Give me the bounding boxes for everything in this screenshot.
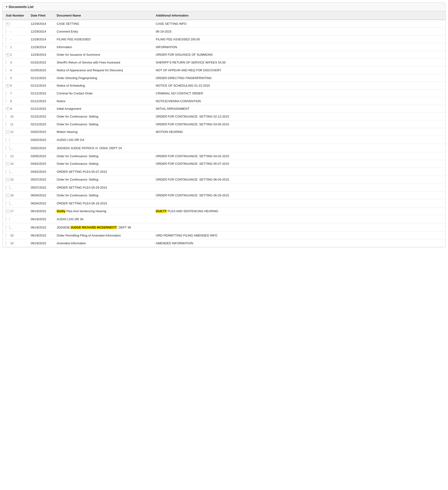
cell-document-name[interactable]: Order Directing Fingerprinting xyxy=(53,74,152,82)
cell-additional-info: AMENDED INFORMATION xyxy=(152,239,445,247)
cell-date-filed: 03/02/2015 xyxy=(27,128,53,136)
table-row[interactable]: 03/02/2015JDG0024 JUDGE PATRICK H. OISHI… xyxy=(3,144,445,152)
sub-number-value: - xyxy=(10,22,11,26)
collapse-icon[interactable]: − xyxy=(6,178,9,181)
cell-date-filed: 06/19/2015 xyxy=(27,239,53,247)
collapse-icon[interactable]: − xyxy=(6,194,9,197)
table-row[interactable]: +601/12/2015Notice of SchedulingNOTICE O… xyxy=(3,82,445,89)
cell-document-name[interactable]: Order for Issuance of Summons xyxy=(53,51,152,59)
table-row[interactable]: −1505/07/2015Order for Continuance: Sett… xyxy=(3,176,445,184)
cell-additional-info xyxy=(152,167,445,176)
cell-document-name[interactable]: Initial Arraignment xyxy=(53,105,152,113)
cell-date-filed: 12/29/2014 xyxy=(27,28,53,35)
cell-document-name[interactable]: AUDIO LOG DR GA xyxy=(53,136,152,144)
cell-document-name[interactable]: FILING FEE ASSESSED xyxy=(53,35,152,43)
cell-additional-info: ORDER FOR CONTINUANCE: SETTING 03-05-201… xyxy=(152,120,445,128)
cell-additional-info: MOTION HEARING xyxy=(152,128,445,136)
table-row[interactable]: 1001/22/2015Order for Continuance: Setti… xyxy=(3,113,445,120)
cell-additional-info: ORD PERMITTING FILING AMENDED INFO xyxy=(152,232,445,239)
table-row[interactable]: 112/29/2014InformationINFORMATION xyxy=(3,43,445,51)
table-row[interactable]: 06/04/2015ORDER SETTING PLEA 06-19-2015 xyxy=(3,199,445,208)
cell-document-name[interactable]: JDG0024 JUDGE PATRICK H. OISHI, DEPT 24 xyxy=(53,144,152,152)
sub-number-value: 15 xyxy=(10,178,13,181)
child-line-icon xyxy=(9,217,12,221)
expand-icon[interactable]: + xyxy=(6,84,9,87)
table-row[interactable]: 06/19/2015JDG0038 JUDGE RICHARD MCDERMOT… xyxy=(3,223,445,232)
line-icon xyxy=(6,45,9,49)
line-icon xyxy=(6,61,9,64)
table-row[interactable]: 06/19/2015AUDIO LOG DR 3A xyxy=(3,215,445,223)
expand-icon[interactable]: + xyxy=(6,22,9,26)
table-row[interactable]: 1303/05/2015Order for Continuance: Setti… xyxy=(3,152,445,160)
collapse-icon[interactable]: − xyxy=(6,130,9,134)
cell-document-name[interactable]: Information xyxy=(53,43,152,51)
table-row[interactable]: 801/12/2015NoticeNOTICE/VIENNA CONVENTIO… xyxy=(3,97,445,105)
cell-document-name[interactable]: ORDER SETTING PLEA 06-19-2015 xyxy=(53,199,152,208)
line-icon xyxy=(6,99,9,103)
child-l-icon xyxy=(9,201,12,205)
cell-additional-info: ORDER FOR CONTINUANCE: SETTING 06-25-201… xyxy=(152,192,445,199)
cell-document-name[interactable]: JDG0038 JUDGE RICHARD MCDERMOTT, DEPT 38 xyxy=(53,223,152,232)
table-row[interactable]: 301/02/2015Sheriff's Return of Service w… xyxy=(3,59,445,66)
table-row[interactable]: +-12/29/2014CASE SETTINGCASE SETTING INF… xyxy=(3,20,445,28)
cell-document-name[interactable]: Order Permitting Filing of Amended Infor… xyxy=(53,232,152,239)
cell-document-name[interactable]: Criminal No Contact Order xyxy=(53,89,152,97)
cell-document-name[interactable]: Order for Continuance: Setting xyxy=(53,120,152,128)
cell-additional-info: FILING FEE ASSESSED 200.00 xyxy=(152,35,445,43)
cell-document-name[interactable]: Motion Hearing xyxy=(53,128,152,136)
cell-document-name[interactable]: Sheriff's Return of Service with Fees As… xyxy=(53,59,152,66)
cell-additional-info xyxy=(152,136,445,144)
cell-date-filed: 04/02/2015 xyxy=(27,167,53,176)
col-header-document-name: Document Name xyxy=(53,11,152,20)
cell-document-name[interactable]: ORDER SETTING PLEA 05-07-2015 xyxy=(53,167,152,176)
table-row[interactable]: 701/12/2015Criminal No Contact OrderCRIM… xyxy=(3,89,445,97)
cell-date-filed: 01/12/2015 xyxy=(27,97,53,105)
table-row[interactable]: -12/29/2014FILING FEE ASSESSEDFILING FEE… xyxy=(3,35,445,43)
chevron-down-icon[interactable]: ▾ xyxy=(6,5,7,9)
table-row[interactable]: 05/07/2015ORDER SETTING PLEA 05-29-2015 xyxy=(3,184,445,192)
sub-number-value: 9 xyxy=(10,107,12,110)
document-name-text: Plea And Sentencing Hearing xyxy=(65,209,106,213)
cell-document-name[interactable]: AUDIO LOG DR 3A xyxy=(53,215,152,223)
table-row[interactable]: +901/12/2015Initial ArraignmentINITIAL A… xyxy=(3,105,445,113)
table-row[interactable]: −1706/19/2015Guilty Plea And Sentencing … xyxy=(3,208,445,215)
documents-list-header: ▾ Documents List xyxy=(3,3,445,11)
cell-additional-info: ORDER FOR CONTINUANCE: SETTING 05-07-201… xyxy=(152,160,445,167)
cell-document-name[interactable]: Comment Entry xyxy=(53,28,152,35)
cell-document-name[interactable]: Order for Continuance: Setting xyxy=(53,113,152,120)
cell-sub-number: 13 xyxy=(3,152,27,160)
expand-icon[interactable]: + xyxy=(6,107,9,110)
table-row[interactable]: 04/02/2015ORDER SETTING PLEA 05-07-2015 xyxy=(3,167,445,176)
table-row[interactable]: −1606/04/2015Order for Continuance: Sett… xyxy=(3,192,445,199)
collapse-icon[interactable]: − xyxy=(6,210,9,213)
sub-number-value: 13 xyxy=(10,154,13,158)
cell-document-name[interactable]: Order for Continuance: Setting xyxy=(53,176,152,184)
cell-document-name[interactable]: Notice of Scheduling xyxy=(53,82,152,89)
table-row[interactable]: −1404/02/2015Order for Continuance: Sett… xyxy=(3,160,445,167)
expand-icon[interactable]: + xyxy=(6,53,9,56)
table-row[interactable]: −1203/02/2015Motion HearingMOTION HEARIN… xyxy=(3,128,445,136)
table-row[interactable]: 03/02/2015AUDIO LOG DR GA xyxy=(3,136,445,144)
document-name-prefix: JDG0038 xyxy=(57,226,70,229)
table-row[interactable]: 401/05/2015Notice of Appearance and Requ… xyxy=(3,66,445,74)
cell-document-name[interactable]: Notice xyxy=(53,97,152,105)
cell-additional-info: SHERIFF'S RETURN OF SERVICE W/FEES 54.00 xyxy=(152,59,445,66)
cell-document-name[interactable]: CASE SETTING xyxy=(53,20,152,28)
table-row[interactable]: 1806/19/2015Order Permitting Filing of A… xyxy=(3,232,445,239)
table-row[interactable]: +212/29/2014Order for Issuance of Summon… xyxy=(3,51,445,59)
cell-document-name[interactable]: Order for Continuance: Setting xyxy=(53,152,152,160)
col-header-additional-info: Additional Information xyxy=(152,11,445,20)
child-l-icon xyxy=(9,185,12,189)
cell-document-name[interactable]: Guilty Plea And Sentencing Hearing xyxy=(53,208,152,215)
table-row[interactable]: 1906/19/2015Amended InformationAMENDED I… xyxy=(3,239,445,247)
table-row[interactable]: 1102/12/2015Order for Continuance: Setti… xyxy=(3,120,445,128)
cell-document-name[interactable]: ORDER SETTING PLEA 05-29-2015 xyxy=(53,184,152,192)
collapse-icon[interactable]: − xyxy=(6,162,9,166)
cell-document-name[interactable]: Order for Continuance: Setting xyxy=(53,160,152,167)
cell-additional-info xyxy=(152,144,445,152)
table-row[interactable]: -12/29/2014Comment Entry06-19-2015 xyxy=(3,28,445,35)
cell-document-name[interactable]: Notice of Appearance and Request for Dis… xyxy=(53,66,152,74)
cell-document-name[interactable]: Order for Continuance: Setting xyxy=(53,192,152,199)
cell-document-name[interactable]: Amended Information xyxy=(53,239,152,247)
table-row[interactable]: 501/12/2015Order Directing Fingerprintin… xyxy=(3,74,445,82)
